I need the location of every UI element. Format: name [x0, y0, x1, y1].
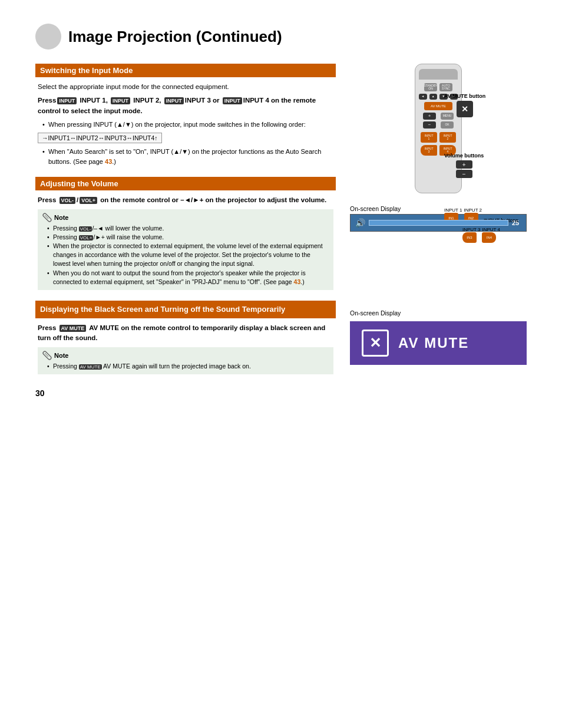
remote-illustration-area: STANDBYON AUTOSYNC ◄ ▲ ▼ ► AV MUTE	[350, 64, 527, 193]
input3-label: INPUT 3	[462, 227, 481, 232]
osd-avmute-container: On-screen Display ✕ AV MUTE	[350, 309, 527, 365]
section-content-volume: Press VOL-/VOL+ on the remote control or…	[35, 195, 336, 290]
spacer	[350, 239, 527, 309]
input4-btn-icon: IN4	[482, 232, 496, 243]
page-title-area: Image Projection (Continued)	[35, 24, 527, 50]
black-screen-instruction: Press AV MUTE AV MUTE on the remote cont…	[38, 323, 333, 344]
avmute-display-text: AV MUTE	[398, 335, 469, 351]
input-flow: →INPUT1↔INPUT2↔INPUT3↔INPUT4↑	[38, 133, 162, 143]
volume-bar-fill	[369, 220, 480, 225]
vol-down-icon: −	[456, 170, 472, 178]
input3-btn-icon: IN3	[462, 232, 477, 243]
remote-top	[419, 69, 458, 80]
left-column: Switching the Input Mode Select the appr…	[35, 64, 336, 398]
title-decoration	[35, 24, 61, 50]
note-icon-2	[42, 351, 52, 360]
volume-bar-track	[369, 220, 508, 226]
input2-label: INPUT 2	[464, 207, 482, 213]
avmute-x-mark: ✕	[369, 335, 381, 351]
remote-row-top: STANDBYON AUTOSYNC	[419, 83, 458, 91]
volume-instruction: Press VOL-/VOL+ on the remote control or…	[38, 195, 333, 205]
right-column: STANDBYON AUTOSYNC ◄ ▲ ▼ ► AV MUTE	[350, 64, 527, 398]
volume-note-item-3: When the projector is connected to exter…	[47, 242, 329, 269]
black-screen-note-item: Pressing AV MUTE AV MUTE again will turn…	[47, 362, 329, 371]
vol-up-icon: +	[456, 160, 472, 169]
section-content-black-screen: Press AV MUTE AV MUTE on the remote cont…	[35, 323, 336, 374]
osd-avmute-display: ✕ AV MUTE	[350, 321, 527, 365]
volume-note-item-4: When you do not want to output the sound…	[47, 269, 329, 286]
switching-input-intro: Select the appropriate input mode for th…	[38, 82, 333, 92]
avmute-label-text: AV MUTE button	[444, 93, 485, 99]
switching-input-instruction: PressINPUT INPUT 1, INPUT INPUT 2, INPUT…	[38, 95, 333, 116]
bullet-item-2: When "Auto Search" is set to "On", INPUT…	[42, 147, 333, 166]
input34-row: INPUT 3 IN3 INPUT 4 IN4	[462, 227, 500, 243]
vol-group: + −	[423, 113, 436, 129]
vol-label-row: Volume buttons + −	[444, 153, 518, 178]
vol-icons: + −	[456, 160, 472, 178]
remote-btn-3: ◄	[419, 94, 427, 100]
speaker-icon: 🔊	[355, 218, 365, 228]
volume-note-item-2: Pressing VOL+/►+ will raise the volume.	[47, 233, 329, 242]
volume-note-title: Note	[42, 213, 329, 222]
page-title: Image Projection (Continued)	[68, 28, 282, 46]
switching-input-bullets: When pressing INPUT (▲/▼) on the project…	[38, 120, 333, 130]
input4-label: INPUT 4	[482, 227, 500, 232]
black-screen-note-box: Note Pressing AV MUTE AV MUTE again will…	[38, 347, 333, 374]
main-layout: Switching the Input Mode Select the appr…	[35, 64, 527, 398]
remote-wrapper: STANDBYON AUTOSYNC ◄ ▲ ▼ ► AV MUTE	[350, 64, 527, 193]
remote-btn-1: STANDBYON	[424, 83, 437, 91]
remote-btn-vol-down: −	[423, 121, 436, 129]
avmute-x-symbol: ✕	[461, 104, 468, 114]
black-screen-note-list: Pressing AV MUTE AV MUTE again will turn…	[42, 362, 329, 371]
section-adjusting-volume: Adjusting the Volume Press VOL-/VOL+ on …	[35, 177, 336, 290]
remote-btn-4: ▲	[429, 94, 438, 100]
section-header-switching-input: Switching the Input Mode	[35, 64, 336, 77]
bullet-item: When pressing INPUT (▲/▼) on the project…	[42, 120, 333, 130]
remote-btn-vol-up: +	[423, 113, 436, 120]
remote-btn-input3: INPUT3	[421, 145, 437, 156]
remote-btn-input1: INPUT1	[421, 132, 437, 143]
note-icon	[42, 213, 52, 222]
section-header-black-screen: Displaying the Black Screen and Turning …	[35, 301, 336, 318]
avmute-icon-box: ✕	[457, 101, 473, 117]
volume-note-box: Note Pressing VOL-/–◄ will lower the vol…	[38, 209, 333, 291]
osd-avmute-label: On-screen Display	[350, 309, 527, 317]
remote-btn-2: AUTOSYNC	[439, 83, 452, 91]
volume-note-item-1: Pressing VOL-/–◄ will lower the volume.	[47, 224, 329, 233]
input1-label: INPUT 1	[444, 207, 462, 213]
section-content-switching-input: Select the appropriate input mode for th…	[35, 82, 336, 166]
black-screen-note-title: Note	[42, 351, 329, 360]
section-switching-input: Switching the Input Mode Select the appr…	[35, 64, 336, 166]
vol-label-text: Volume buttons	[444, 153, 484, 159]
section-black-screen: Displaying the Black Screen and Turning …	[35, 301, 336, 374]
avmute-x-box: ✕	[362, 330, 389, 357]
section-header-volume: Adjusting the Volume	[35, 177, 336, 190]
volume-note-list: Pressing VOL-/–◄ will lower the volume. …	[42, 224, 329, 287]
switching-input-bullets-2: When "Auto Search" is set to "On", INPUT…	[38, 147, 333, 166]
page-number: 30	[35, 388, 336, 398]
